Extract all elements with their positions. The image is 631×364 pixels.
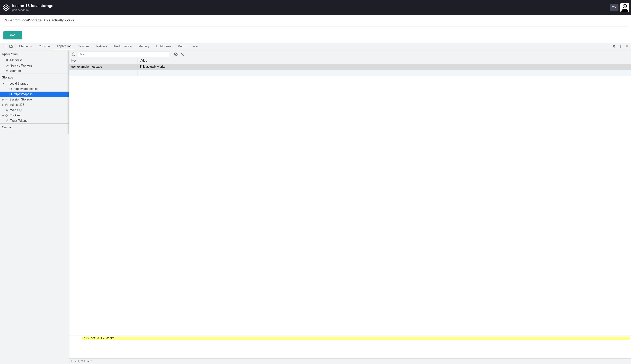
svg-rect-3 [11,46,13,48]
sidebar-item-trust-tokens[interactable]: Trust Tokens [0,118,69,124]
layout-toggle-button[interactable] [610,4,618,11]
tabs-overflow-icon[interactable]: » [190,43,200,50]
table-row-empty[interactable] [70,70,631,76]
svg-rect-12 [7,84,8,84]
svg-point-25 [6,104,7,104]
tab-redux[interactable]: Redux [175,43,190,50]
sidebar-item-localstorage-origin-codepen[interactable]: https://codepen.io [0,86,69,92]
svg-point-28 [6,115,6,116]
cell-key[interactable]: goit-example-message [70,64,138,70]
value-preview-editor: 1 This actually works Line 1, Column 1 [70,336,631,364]
svg-point-4 [620,45,621,46]
divider [4,26,627,27]
close-devtools-icon[interactable] [625,44,629,49]
filter-input[interactable] [78,52,169,57]
tab-sources[interactable]: Sources [75,43,93,50]
database-icon [5,69,9,72]
sidebar-item-label: Local Storage [10,82,28,85]
delete-selected-icon[interactable] [180,52,185,56]
database-icon [5,103,8,106]
pen-title: lesson-16-localstorage [12,4,53,8]
sidebar-item-manifest[interactable]: Manifest [0,58,69,63]
svg-point-29 [7,115,7,115]
sidebar-item-cookies[interactable]: ▶ Cookies [0,113,69,118]
svg-point-32 [6,120,8,120]
preview-pane: Value from localStorage: This actually w… [0,15,631,43]
tab-network[interactable]: Network [93,43,111,50]
devtools-tabbar: Elements Console Application Sources Net… [0,43,631,50]
storage-table-body: goit-example-message This actually works [70,64,631,76]
sidebar-item-label: https://cdpn.io [14,92,33,96]
kebab-menu-icon[interactable] [619,44,622,49]
sidebar-item-localstorage-origin-cdpn[interactable]: https://cdpn.io [0,92,69,97]
gear-icon [5,64,9,67]
editor-status-bar: Line 1, Column 1 [70,358,631,364]
save-button[interactable]: SAVE [4,31,23,39]
devtools-panel: Elements Console Application Sources Net… [0,43,631,364]
disclosure-triangle-icon[interactable]: ▶ [2,114,5,117]
sidebar-section-cache: Cache [0,124,69,131]
sidebar-item-session-storage[interactable]: ▶ Session Storage [0,97,69,102]
pen-author[interactable]: goit-academy [12,8,53,12]
tab-performance[interactable]: Performance [111,43,135,50]
devtools-tabs: Elements Console Application Sources Net… [16,43,190,50]
sidebar-item-label: https://codepen.io [14,87,38,90]
codepen-logo-icon [2,4,10,12]
disclosure-triangle-icon[interactable]: ▶ [2,104,5,106]
sidebar-item-websql[interactable]: Web SQL [0,108,69,113]
svg-rect-18 [11,93,12,94]
sidebar-section-storage: Storage [0,74,69,81]
sidebar-item-label: Service Workers [10,64,33,67]
application-sidebar: Application Manifest Service Workers Sto… [0,50,70,364]
svg-rect-9 [6,83,6,83]
tab-application[interactable]: Application [53,43,75,50]
disclosure-triangle-icon[interactable]: ▶ [2,98,5,101]
svg-point-8 [6,70,8,70]
svg-point-6 [620,47,621,48]
svg-rect-13 [10,88,11,88]
tab-lighthouse[interactable]: Lighthouse [153,43,174,50]
header-titles: lesson-16-localstorage goit-academy [12,4,53,12]
sidebar-scrollbar[interactable] [68,50,69,134]
table-row[interactable]: goit-example-message This actually works [70,64,631,70]
disclosure-triangle-icon[interactable]: ▼ [2,82,5,85]
cookie-icon [5,114,8,117]
user-avatar[interactable] [620,3,629,12]
cell-value[interactable]: This actually works [138,64,631,70]
svg-rect-15 [10,89,11,90]
column-header-value[interactable]: Value [138,58,631,64]
svg-point-7 [7,65,8,66]
svg-rect-21 [6,98,6,99]
sidebar-item-label: Manifest [10,58,22,62]
tab-memory[interactable]: Memory [135,43,153,50]
settings-gear-icon[interactable] [612,44,616,49]
sidebar-item-label: Trust Tokens [10,119,28,122]
svg-point-5 [620,46,621,46]
sidebar-item-label: Session Storage [10,98,32,101]
tab-console[interactable]: Console [35,43,53,50]
sidebar-item-storage[interactable]: Storage [0,68,69,74]
device-toolbar-icon[interactable] [9,44,13,49]
tab-elements[interactable]: Elements [16,43,35,50]
sidebar-item-local-storage[interactable]: ▼ Local Storage [0,81,69,86]
inspect-element-icon[interactable] [3,44,7,49]
file-icon [5,58,9,62]
svg-point-30 [6,116,7,116]
sidebar-item-label: IndexedDB [10,103,25,106]
clear-all-icon[interactable] [174,52,178,56]
output-text: Value from localStorage: This actually w… [4,18,627,22]
editor-content[interactable]: This actually works [81,336,631,358]
column-header-key[interactable]: Key [70,58,138,64]
storage-main-panel: Key Value goit-example-message This actu… [70,50,631,364]
svg-rect-20 [11,94,12,95]
sidebar-item-indexeddb[interactable]: ▶ IndexedDB [0,102,69,108]
refresh-icon[interactable] [71,52,76,56]
sidebar-item-service-workers[interactable]: Service Workers [0,63,69,68]
svg-rect-10 [7,83,8,83]
database-icon [5,119,9,122]
storage-grid-icon [5,82,8,85]
storage-grid-icon [5,98,8,101]
storage-grid-icon [9,87,13,90]
database-icon [5,108,9,112]
svg-point-26 [6,109,8,110]
